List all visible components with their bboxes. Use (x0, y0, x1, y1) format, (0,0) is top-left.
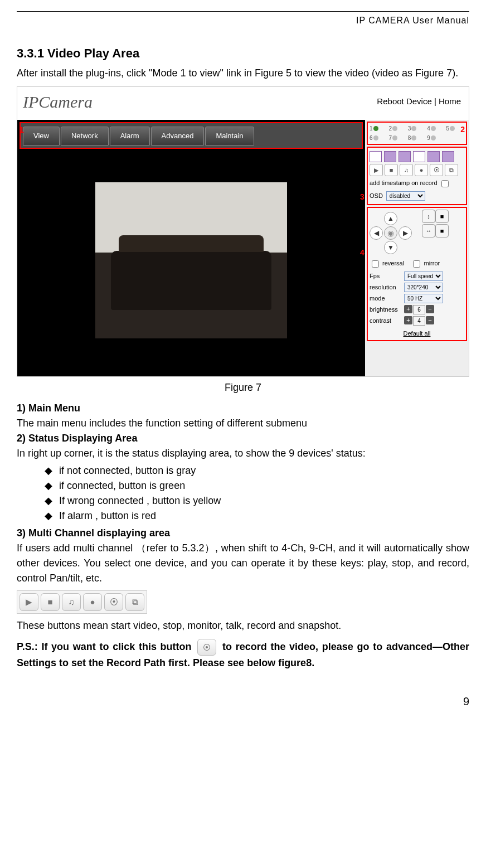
brightness-value: 6 (413, 305, 425, 314)
layout-4up-icon[interactable] (384, 151, 396, 162)
item-3-text: If users add multi channel （refer to 5.3… (17, 541, 469, 586)
ptz-right-icon[interactable]: ▶ (398, 226, 412, 240)
ptz-panel: 4 ▲ ◀ ◉ ▶ ▼ ↕ ■ (367, 207, 467, 341)
vpatrol-icon[interactable]: ↕ (422, 210, 435, 223)
vstop-icon[interactable]: ■ (435, 210, 449, 223)
status-dot-8[interactable] (411, 135, 416, 140)
list-item: If wrong connected , button is yellow (45, 493, 469, 508)
reversal-checkbox[interactable] (372, 260, 379, 268)
status-dot-3[interactable] (411, 126, 416, 131)
layout-9up-icon[interactable] (398, 151, 411, 162)
annotation-3: 3 (360, 191, 365, 203)
ptz-up-icon[interactable]: ▲ (384, 212, 397, 225)
status-dot-6[interactable] (373, 135, 378, 140)
ps-text-a: P.S.: If you want to click this button (17, 641, 195, 652)
ipcamera-logo: IPCamera (23, 89, 93, 114)
list-item: if connected, button is green (45, 478, 469, 493)
fps-select[interactable]: Full speed (404, 271, 443, 281)
status-dot-5[interactable] (450, 126, 455, 131)
resolution-select[interactable]: 320*240 (404, 283, 443, 292)
reversal-label: reversal (382, 260, 404, 266)
section-title: 3.3.1 Video Play Area (17, 44, 469, 62)
item-2-text: In right up corner, it is the status dis… (17, 446, 469, 461)
annotation-2: 2 (460, 124, 465, 135)
status-panel: 2 1 2 3 4 5 6 7 8 9 (367, 122, 467, 145)
control-button-strip: ▶ ■ ♫ ● ⦿ ⧉ (17, 590, 147, 614)
brightness-minus-button[interactable]: − (426, 305, 434, 313)
list-item: If alarm , button is red (45, 508, 469, 523)
brightness-plus-button[interactable]: + (404, 305, 412, 313)
ptz-center-icon[interactable]: ◉ (384, 226, 397, 240)
contrast-plus-button[interactable]: + (404, 316, 412, 324)
fps-label: Fps (370, 271, 401, 281)
page-number: 9 (17, 693, 469, 710)
contrast-label: contrast (370, 316, 401, 326)
osd-label: OSD (370, 191, 383, 201)
ps-note: P.S.: If you want to click this button ⦿… (17, 639, 469, 671)
strip-record-icon[interactable]: ⦿ (104, 593, 123, 611)
contrast-minus-button[interactable]: − (426, 316, 434, 324)
ptz-controls: ▲ ◀ ◉ ▶ ▼ (370, 212, 412, 254)
monitor-icon[interactable]: ♫ (400, 164, 413, 176)
mode-label: mode (370, 294, 401, 303)
status-dot-2[interactable] (392, 126, 397, 131)
status-dot-4[interactable] (431, 126, 436, 131)
intro-paragraph: After install the plug-ins, click "Mode … (17, 66, 469, 81)
running-header: IP CAMERA User Manual (17, 11, 469, 27)
main-menu-tabs: 1 View Network Alarm Advanced Maintain (20, 122, 363, 149)
layout-1up-icon[interactable] (370, 151, 382, 162)
mode-select[interactable]: 50 HZ (404, 294, 443, 303)
video-preview (95, 182, 286, 338)
layout-alt1-icon[interactable] (413, 151, 425, 162)
timestamp-checkbox[interactable] (441, 180, 449, 187)
status-dot-9[interactable] (431, 135, 436, 140)
snapshot-icon[interactable]: ⧉ (445, 164, 458, 176)
annotation-1: 1 (20, 124, 24, 136)
layout-alt2-icon[interactable] (427, 151, 440, 162)
resolution-label: resolution (370, 283, 401, 292)
tab-maintain[interactable]: Maintain (205, 127, 254, 146)
mirror-checkbox[interactable] (413, 260, 420, 268)
ptz-down-icon[interactable]: ▼ (384, 241, 397, 254)
hpatrol-icon[interactable]: ↔ (422, 224, 435, 237)
annotation-4: 4 (360, 247, 365, 259)
stop-icon[interactable]: ■ (385, 164, 398, 176)
top-links[interactable]: Reboot Device | Home (377, 95, 461, 108)
tab-alarm[interactable]: Alarm (110, 127, 150, 146)
item-2-heading: 2) Status Displaying Area (17, 431, 469, 446)
play-icon[interactable]: ▶ (370, 164, 383, 176)
strip-snapshot-icon[interactable]: ⧉ (125, 593, 144, 611)
item-1-heading: 1) Main Menu (17, 401, 469, 416)
item-3-heading: 3) Multi Channel displaying area (17, 526, 469, 541)
contrast-value: 4 (413, 316, 425, 326)
strip-play-icon[interactable]: ▶ (20, 593, 38, 611)
timestamp-label: add timestamp on record (370, 180, 438, 186)
strip-stop-icon[interactable]: ■ (41, 593, 60, 611)
record-icon[interactable]: ⦿ (430, 164, 443, 176)
status-dot-1[interactable] (373, 126, 378, 131)
status-dot-7[interactable] (392, 135, 397, 140)
tab-network[interactable]: Network (61, 127, 109, 146)
buttons-explain-text: These buttons mean start video, stop, mo… (17, 618, 469, 633)
osd-select[interactable]: disabled (386, 191, 425, 201)
figure-caption: Figure 7 (17, 380, 469, 395)
default-all-link[interactable]: Default all (370, 329, 464, 338)
tab-view[interactable]: View (23, 127, 60, 146)
item-1-text: The main menu includes the function sett… (17, 416, 469, 431)
brightness-label: brightness (370, 305, 401, 314)
layout-panel: 3 ▶ ■ ♫ ● ⦿ ⧉ add t (367, 147, 467, 205)
figure-7: IPCamera Reboot Device | Home 1 View Net… (17, 86, 469, 377)
layout-alt3-icon[interactable] (442, 151, 454, 162)
list-item: if not connected, button is gray (45, 463, 469, 478)
talk-icon[interactable]: ● (415, 164, 428, 176)
ptz-left-icon[interactable]: ◀ (370, 226, 383, 240)
inline-record-icon: ⦿ (197, 639, 216, 656)
hstop-icon[interactable]: ■ (435, 224, 449, 237)
mirror-label: mirror (424, 260, 440, 266)
tab-advanced[interactable]: Advanced (151, 127, 205, 146)
strip-talk-icon[interactable]: ● (83, 593, 102, 611)
strip-monitor-icon[interactable]: ♫ (62, 593, 81, 611)
status-bullet-list: if not connected, button is gray if conn… (17, 463, 469, 523)
